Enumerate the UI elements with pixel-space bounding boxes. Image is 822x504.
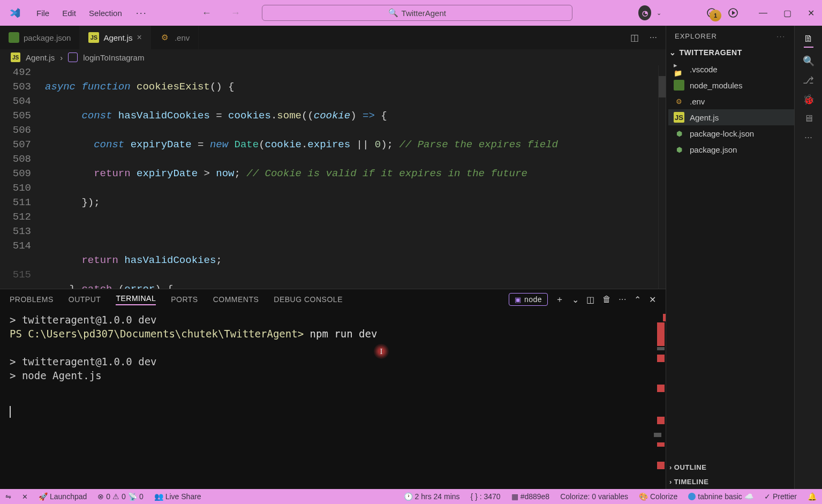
status-selection[interactable]: { } : 3470 [465, 492, 506, 501]
panel-tab-output[interactable]: OUTPUT [69, 295, 101, 304]
bottom-panel: PROBLEMS OUTPUT TERMINAL PORTS COMMENTS … [0, 289, 666, 489]
line-number-gutter: 492 503 504 505 506 507 508 509 510 511 … [0, 65, 45, 289]
menu-more-icon[interactable]: ··· [130, 7, 154, 19]
breadcrumb-file[interactable]: Agent.js [26, 53, 55, 62]
tab-agent-js[interactable]: JS Agent.js × [80, 26, 151, 49]
tab-package-json[interactable]: package.json [0, 26, 80, 49]
window-close-icon[interactable]: ✕ [808, 8, 815, 18]
outline-section[interactable]: › OUTLINE [666, 460, 794, 475]
command-center-search[interactable]: 🔍 TwitterAgent [262, 5, 572, 21]
command-center-label: TwitterAgent [402, 9, 446, 18]
extensions-update-icon[interactable]: 1 [705, 6, 718, 19]
breadcrumb[interactable]: JS Agent.js › loginToInstagram [0, 49, 666, 65]
status-bar: ⇋ ✕ 🚀 Launchpad ⊗0 ⚠0 📡0 👥 Live Share 🕐 … [0, 489, 822, 504]
menu-selection[interactable]: Selection [84, 9, 127, 18]
terminal-instance[interactable]: ▣ node [509, 293, 548, 306]
env-icon: ⚙ [160, 32, 170, 43]
window-minimize-icon[interactable]: — [759, 8, 767, 18]
status-problems[interactable]: ⊗0 ⚠0 📡0 [92, 492, 148, 501]
npm-icon: ⬢ [674, 128, 684, 139]
menu-file[interactable]: File [31, 9, 55, 18]
explorer-title: EXPLORER [675, 32, 717, 40]
split-editor-icon[interactable]: ◫ [630, 32, 639, 43]
code-editor[interactable]: 492 503 504 505 506 507 508 509 510 511 … [0, 65, 666, 289]
chevron-down-icon: ⌄ [669, 48, 676, 57]
status-prettier[interactable]: ✓ Prettier [759, 492, 802, 501]
nav-back-icon[interactable]: ← [202, 7, 212, 19]
terminal-line: > twitteragent@1.0.0 dev [10, 355, 656, 368]
panel-tab-ports[interactable]: PORTS [171, 295, 198, 304]
source-control-icon[interactable]: ⎇ [803, 74, 814, 86]
panel-tab-problems[interactable]: PROBLEMS [10, 295, 54, 304]
code-content[interactable]: async function cookiesExist() { const ha… [45, 65, 658, 289]
menu-edit[interactable]: Edit [57, 9, 81, 18]
title-bar: File Edit Selection ··· ← → 🔍 TwitterAge… [0, 0, 822, 26]
chevron-right-icon: › [669, 463, 672, 471]
tab-label: Agent.js [103, 33, 132, 42]
remote-icon[interactable]: 🖥 [804, 113, 813, 124]
kill-terminal-icon[interactable]: 🗑 [602, 295, 612, 304]
env-icon: ⚙ [674, 96, 684, 107]
new-terminal-icon[interactable]: ＋ [555, 294, 564, 305]
run-icon[interactable] [727, 6, 740, 19]
status-liveshare[interactable]: 👥 Live Share [149, 492, 207, 501]
search-icon[interactable]: 🔍 [803, 55, 815, 67]
split-terminal-icon[interactable]: ◫ [586, 295, 595, 305]
breadcrumb-separator-icon: › [60, 53, 63, 62]
tree-item-package-json[interactable]: ⬢ package.json [668, 141, 794, 157]
status-bell-icon[interactable]: 🔔 [802, 492, 822, 501]
panel-tab-bar: PROBLEMS OUTPUT TERMINAL PORTS COMMENTS … [0, 289, 666, 310]
status-notifications-icon[interactable]: ✕ [17, 493, 33, 501]
explorer-icon[interactable]: 🗎 [804, 33, 813, 48]
js-icon: JS [11, 52, 20, 62]
editor-more-icon[interactable]: ··· [650, 32, 657, 43]
tree-item-agent-js[interactable]: JS Agent.js [668, 109, 794, 125]
status-tabnine[interactable]: tabnine basic ☁️ [683, 492, 759, 501]
remote-indicator[interactable]: ⇋ [0, 493, 17, 501]
breadcrumb-symbol[interactable]: loginToInstagram [83, 53, 144, 62]
status-colorize[interactable]: 🎨 Colorize [634, 492, 683, 501]
more-icon[interactable]: ··· [804, 132, 812, 143]
debug-icon[interactable]: 🐞 [803, 94, 815, 106]
tree-item-node-modules[interactable]: node_modules [668, 77, 794, 93]
file-tree: ▸📁 .vscode node_modules ⚙ .env JS Agent.… [666, 59, 794, 162]
terminal-line: > node Agent.js [10, 368, 656, 382]
panel-tab-debug[interactable]: DEBUG CONSOLE [274, 295, 343, 304]
terminal-content[interactable]: > twitteragent@1.0.0 dev PS C:\Users\pd3… [0, 310, 666, 489]
explorer-project-name: TWITTERAGENT [680, 48, 742, 57]
terminal-name: node [524, 295, 542, 304]
tab-label: package.json [24, 33, 71, 42]
panel-tab-terminal[interactable]: TERMINAL [116, 294, 156, 305]
panel-tab-comments[interactable]: COMMENTS [213, 295, 259, 304]
panel-maximize-icon[interactable]: ⌃ [634, 295, 642, 305]
terminal-cursor [10, 406, 11, 418]
status-wakatime[interactable]: 🕐 2 hrs 24 mins [398, 492, 465, 501]
timeline-section[interactable]: › TIMELINE [666, 475, 794, 489]
tab-close-icon[interactable]: × [137, 33, 142, 42]
tree-item-env[interactable]: ⚙ .env [668, 93, 794, 109]
tree-item-vscode[interactable]: ▸📁 .vscode [668, 61, 794, 77]
explorer-more-icon[interactable]: ··· [776, 32, 786, 40]
function-icon [68, 52, 78, 62]
copilot-icon[interactable]: ◔ [638, 6, 651, 19]
tab-env[interactable]: ⚙ .env [151, 26, 199, 49]
chevron-right-icon: › [669, 478, 672, 486]
status-colorize-vars[interactable]: Colorize: 0 variables [555, 492, 634, 501]
notification-badge: 1 [710, 10, 721, 21]
panel-more-icon[interactable]: ··· [619, 295, 627, 304]
status-color[interactable]: ▦ #d889e8 [506, 492, 555, 501]
cloud-icon: ☁️ [744, 492, 753, 501]
js-icon: JS [88, 32, 99, 43]
copilot-chevron-icon[interactable]: ⌄ [657, 10, 661, 17]
activity-bar-right: 🗎 🔍 ⎇ 🐞 🖥 ··· [794, 26, 822, 489]
minimap[interactable] [658, 65, 666, 289]
tree-item-package-lock[interactable]: ⬢ package-lock.json [668, 125, 794, 141]
terminal-dropdown-icon[interactable]: ⌄ [572, 295, 579, 305]
status-launchpad[interactable]: 🚀 Launchpad [33, 492, 92, 501]
window-maximize-icon[interactable]: ▢ [783, 8, 791, 18]
panel-close-icon[interactable]: ✕ [649, 295, 657, 305]
nav-forward-icon[interactable]: → [231, 7, 240, 19]
explorer-project-header[interactable]: ⌄ TWITTERAGENT [666, 46, 794, 59]
js-icon: JS [674, 112, 684, 123]
editor-tab-bar: package.json JS Agent.js × ⚙ .env ◫ ··· [0, 26, 666, 49]
